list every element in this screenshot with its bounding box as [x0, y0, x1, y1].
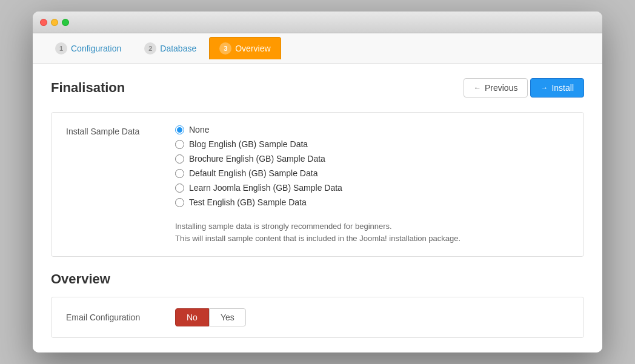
radio-learn-joomla[interactable]: Learn Joomla English (GB) Sample Data [175, 183, 460, 193]
overview-form: Email Configuration No Yes [51, 297, 584, 338]
help-line-2: This will install sample content that is… [175, 233, 460, 245]
titlebar [33, 12, 602, 33]
sample-data-help: Installing sample data is strongly recom… [175, 220, 460, 244]
radio-default-english-label: Default English (GB) Sample Data [189, 168, 318, 178]
radio-test-english-input[interactable] [175, 198, 184, 207]
header-buttons: ← Previous → Install [464, 78, 584, 98]
tab-database[interactable]: 2 Database [134, 37, 207, 59]
radio-brochure-english-input[interactable] [175, 154, 184, 164]
install-button[interactable]: → Install [530, 78, 584, 98]
sample-data-row: Install Sample Data None Blog English (G… [66, 125, 569, 244]
email-config-toggle: No Yes [175, 308, 246, 326]
radio-default-english-input[interactable] [175, 169, 184, 178]
radio-brochure-english[interactable]: Brochure English (GB) Sample Data [175, 154, 460, 164]
main-content: Finalisation ← Previous → Install Instal… [33, 64, 602, 352]
sample-data-label: Install Sample Data [66, 125, 163, 136]
finalisation-header: Finalisation ← Previous → Install [51, 78, 584, 98]
radio-learn-joomla-input[interactable] [175, 184, 184, 193]
install-arrow-icon: → [540, 84, 548, 92]
tab-overview-label: Overview [235, 44, 270, 53]
tab-configuration-number: 1 [55, 42, 67, 55]
radio-test-english-label: Test English (GB) Sample Data [189, 197, 307, 207]
overview-section: Overview Email Configuration No Yes [51, 271, 584, 338]
sample-data-section: Install Sample Data None Blog English (G… [51, 112, 584, 257]
tab-configuration-label: Configuration [71, 44, 121, 53]
previous-button[interactable]: ← Previous [464, 78, 528, 98]
minimize-button[interactable] [51, 19, 58, 26]
finalisation-title: Finalisation [51, 80, 125, 96]
traffic-lights [40, 19, 69, 26]
radio-brochure-english-label: Brochure English (GB) Sample Data [189, 154, 325, 164]
email-config-row: Email Configuration No Yes [66, 308, 569, 326]
radio-blog-english-label: Blog English (GB) Sample Data [189, 139, 308, 149]
help-line-1: Installing sample data is strongly recom… [175, 220, 460, 233]
previous-button-label: Previous [485, 83, 517, 93]
previous-arrow-icon: ← [474, 84, 481, 92]
install-button-label: Install [551, 83, 574, 93]
radio-blog-english-input[interactable] [175, 140, 184, 149]
maximize-button[interactable] [62, 19, 69, 26]
email-config-no-button[interactable]: No [175, 308, 209, 326]
radio-none-input[interactable] [175, 125, 184, 134]
sample-data-radio-group: None Blog English (GB) Sample Data Broch… [175, 125, 460, 244]
radio-blog-english[interactable]: Blog English (GB) Sample Data [175, 139, 460, 149]
radio-learn-joomla-label: Learn Joomla English (GB) Sample Data [189, 183, 342, 193]
tab-configuration[interactable]: 1 Configuration [45, 37, 131, 59]
tab-overview-number: 3 [219, 42, 231, 55]
app-window: 1 Configuration 2 Database 3 Overview Fi… [33, 12, 602, 352]
tab-bar: 1 Configuration 2 Database 3 Overview [33, 33, 602, 64]
radio-test-english[interactable]: Test English (GB) Sample Data [175, 197, 460, 207]
close-button[interactable] [40, 19, 47, 26]
radio-default-english[interactable]: Default English (GB) Sample Data [175, 168, 460, 178]
email-config-label: Email Configuration [66, 313, 163, 322]
radio-none[interactable]: None [175, 125, 460, 134]
radio-none-label: None [189, 125, 209, 134]
tab-database-label: Database [160, 44, 196, 53]
tab-database-number: 2 [144, 42, 156, 55]
overview-title: Overview [51, 271, 584, 287]
tab-overview[interactable]: 3 Overview [209, 37, 281, 59]
email-config-yes-button[interactable]: Yes [209, 308, 246, 326]
